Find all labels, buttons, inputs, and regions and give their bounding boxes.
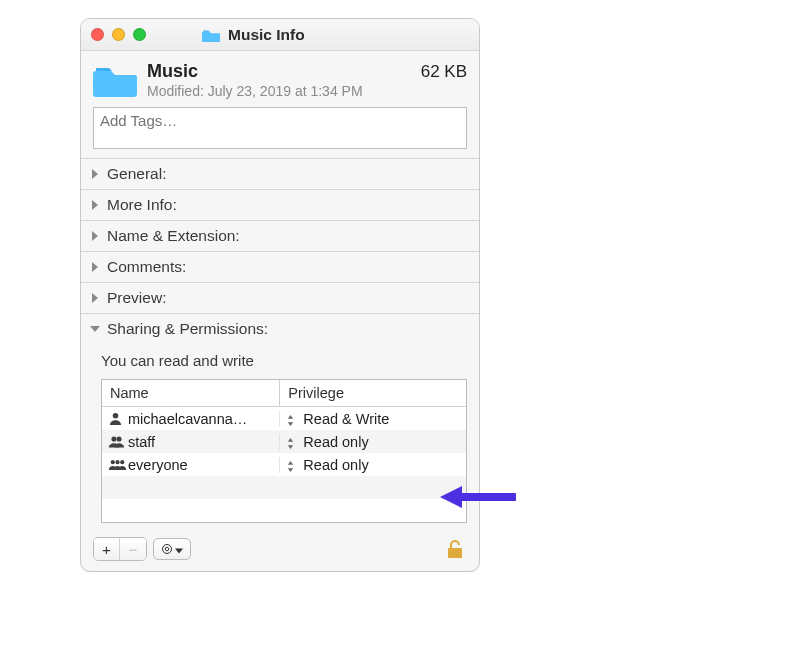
section-general[interactable]: General:: [81, 158, 479, 189]
window-title: Music Info: [228, 26, 305, 44]
chevron-right-icon: [89, 261, 101, 273]
modified-label: Modified:: [147, 83, 204, 99]
item-name: Music: [147, 61, 411, 82]
chevron-right-icon: [89, 230, 101, 242]
section-label: Comments:: [107, 258, 186, 276]
section-label: Sharing & Permissions:: [107, 320, 268, 338]
item-size: 62 KB: [421, 62, 467, 82]
titlebar: Music Info: [81, 19, 479, 51]
table-row: [102, 499, 466, 522]
lock-icon[interactable]: [447, 539, 463, 559]
tags-input[interactable]: [93, 107, 467, 149]
svg-point-7: [165, 547, 169, 551]
remove-user-button[interactable]: −: [120, 538, 146, 560]
minimize-window-button[interactable]: [112, 28, 125, 41]
chevron-down-icon: [175, 541, 183, 558]
permission-privilege: Read only: [303, 457, 368, 473]
permission-name-cell[interactable]: michaelcavanna…: [102, 411, 280, 427]
section-preview[interactable]: Preview:: [81, 282, 479, 313]
folder-icon: [93, 62, 137, 98]
section-more-info[interactable]: More Info:: [81, 189, 479, 220]
section-label: General:: [107, 165, 166, 183]
chevron-right-icon: [89, 199, 101, 211]
item-modified: Modified: July 23, 2019 at 1:34 PM: [147, 83, 411, 99]
titlebar-folder-icon: [202, 28, 220, 42]
table-row: [102, 476, 466, 499]
permission-privilege-cell[interactable]: Read & Write: [280, 411, 466, 427]
permissions-table: Name Privilege michaelcavanna…Read & Wri…: [101, 379, 467, 523]
window-controls: [91, 28, 146, 41]
column-privilege[interactable]: Privilege: [280, 380, 466, 406]
permission-name: everyone: [128, 457, 188, 473]
permission-name: staff: [128, 434, 155, 450]
sharing-body: You can read and write Name Privilege mi…: [81, 344, 479, 531]
svg-point-2: [117, 436, 122, 441]
table-row[interactable]: staffRead only: [102, 430, 466, 453]
user-icon: [108, 412, 123, 425]
section-label: Preview:: [107, 289, 166, 307]
svg-point-1: [111, 436, 116, 441]
close-window-button[interactable]: [91, 28, 104, 41]
permission-name-cell[interactable]: staff: [102, 434, 280, 450]
section-label: More Info:: [107, 196, 177, 214]
stepper-icon: [286, 436, 296, 448]
permission-privilege: Read & Write: [303, 411, 389, 427]
section-sharing-permissions[interactable]: Sharing & Permissions:: [81, 313, 479, 344]
svg-point-4: [115, 460, 119, 464]
sharing-note: You can read and write: [101, 348, 467, 379]
permission-name-cell[interactable]: everyone: [102, 457, 280, 473]
permission-name: michaelcavanna…: [128, 411, 247, 427]
chevron-right-icon: [89, 292, 101, 304]
info-window: Music Info Music Modified: July 23, 2019…: [80, 18, 480, 572]
section-comments[interactable]: Comments:: [81, 251, 479, 282]
add-remove-segment: + −: [93, 537, 147, 561]
svg-point-3: [111, 460, 115, 464]
permission-privilege-cell[interactable]: Read only: [280, 457, 466, 473]
table-row[interactable]: michaelcavanna…Read & Write: [102, 407, 466, 430]
chevron-right-icon: [89, 168, 101, 180]
table-row[interactable]: everyoneRead only: [102, 453, 466, 476]
add-user-button[interactable]: +: [94, 538, 120, 560]
section-label: Name & Extension:: [107, 227, 240, 245]
section-name-extension[interactable]: Name & Extension:: [81, 220, 479, 251]
permission-privilege: Read only: [303, 434, 368, 450]
stepper-icon: [286, 413, 296, 425]
user-icon: [108, 435, 123, 448]
svg-point-6: [163, 544, 172, 553]
column-name[interactable]: Name: [102, 380, 280, 406]
stepper-icon: [286, 459, 296, 471]
gear-icon: [161, 541, 173, 558]
item-header: Music Modified: July 23, 2019 at 1:34 PM…: [81, 51, 479, 107]
svg-point-5: [120, 460, 124, 464]
zoom-window-button[interactable]: [133, 28, 146, 41]
permissions-header: Name Privilege: [102, 380, 466, 407]
modified-value: July 23, 2019 at 1:34 PM: [208, 83, 363, 99]
action-menu-button[interactable]: [153, 538, 191, 560]
permission-privilege-cell[interactable]: Read only: [280, 434, 466, 450]
user-icon: [108, 458, 123, 471]
permissions-footer: + −: [81, 531, 479, 571]
chevron-down-icon: [89, 323, 101, 335]
svg-point-0: [113, 413, 119, 419]
